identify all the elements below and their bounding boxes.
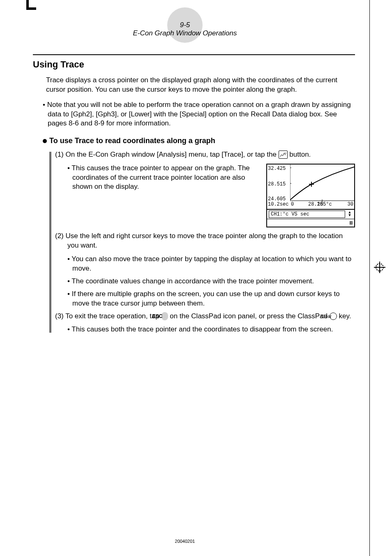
y-tick-0: 32.425 xyxy=(268,165,286,172)
registration-mark-icon xyxy=(374,262,385,273)
procedure-bar xyxy=(49,152,51,333)
scroll-arrows-icon: ▲▼ xyxy=(347,211,353,217)
page-rule xyxy=(369,0,370,556)
step-1-bullet: • This causes the trace pointer to appea… xyxy=(67,164,261,192)
step-2-bullet-1: • You can also move the trace pointer by… xyxy=(67,255,355,273)
graph-figure: 32.425 28.515 24.605 0 15 30 10.2sec 28.… xyxy=(266,164,355,227)
step-2-bullet-2: • The coordinate values change in accord… xyxy=(67,277,355,286)
cursor-x-label: 10.2sec xyxy=(268,201,288,208)
heading-rule xyxy=(33,54,355,55)
x-tick-0: 0 xyxy=(291,201,294,208)
graph-line-icon xyxy=(290,164,354,202)
note-paragraph: • Note that you will not be able to perf… xyxy=(43,100,355,129)
x-tick-2: 30 xyxy=(348,201,353,208)
section-title: E-Con Graph Window Operations xyxy=(0,29,370,38)
step-3-mid: on the ClassPad icon panel, or press the… xyxy=(170,312,329,320)
graph-status: CH1:°c VS sec xyxy=(269,211,345,218)
step-2: (2) Use the left and right cursor keys t… xyxy=(55,232,355,250)
sub-heading: To use Trace to read coordinates along a… xyxy=(43,136,355,146)
step-1-suffix: button. xyxy=(289,151,311,158)
step-1: (1) On the E-Con Graph window [Analysis]… xyxy=(55,150,355,160)
sub-heading-text: To use Trace to read coordinates along a… xyxy=(49,136,215,146)
step-3: (3) To exit the trace operation, tap ESC… xyxy=(55,312,355,321)
step-3-prefix: (3) To exit the trace operation, tap xyxy=(55,312,161,320)
heading-using-trace: Using Trace xyxy=(33,58,355,71)
cursor-y-label: 28.205°c xyxy=(308,201,332,208)
intro-paragraph: Trace displays a cross pointer on the di… xyxy=(46,76,355,95)
battery-icon: ▥ xyxy=(267,219,354,227)
footer-code: 20040201 xyxy=(0,538,370,544)
step-3-bullet-1: • This causes both the trace pointer and… xyxy=(67,325,355,334)
page-header: 9-5 E-Con Graph Window Operations xyxy=(0,7,370,38)
y-tick-1: 28.515 xyxy=(268,181,286,188)
trace-button-icon: xy xyxy=(279,151,288,159)
esc-icon: ESC xyxy=(161,312,168,320)
svg-text:xy: xy xyxy=(284,152,286,154)
step-2-bullet-3: • If there are multiple graphs on the sc… xyxy=(67,290,355,308)
clear-key-icon: Clear xyxy=(330,313,337,320)
bullet-icon xyxy=(43,139,47,143)
step-3-suffix: key. xyxy=(339,312,351,320)
step-1-prefix: (1) On the E-Con Graph window [Analysis]… xyxy=(55,151,279,158)
